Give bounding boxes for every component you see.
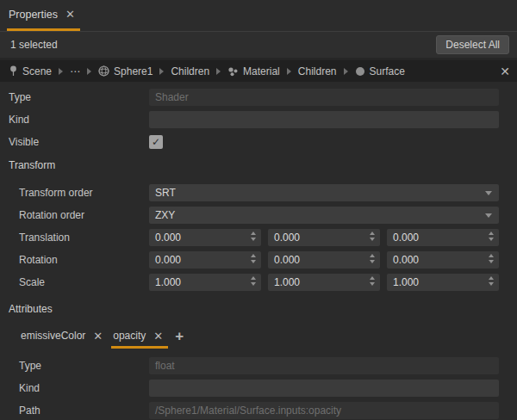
deselect-all-button[interactable]: Deselect All bbox=[436, 35, 509, 54]
rotation-label: Rotation bbox=[0, 254, 149, 266]
attr-path-row: Path /Sphere1/Material/Surface.inputs:op… bbox=[0, 402, 499, 419]
attr-kind-field[interactable] bbox=[149, 380, 499, 397]
sphere-icon bbox=[98, 65, 109, 77]
type-field: Shader bbox=[149, 89, 499, 106]
breadcrumb-item-material[interactable]: Material bbox=[227, 65, 280, 77]
attr-type-label: Type bbox=[0, 360, 149, 372]
check-icon: ✓ bbox=[152, 136, 160, 148]
tab-properties[interactable]: Properties ✕ bbox=[7, 0, 80, 31]
stepper-arrows-icon[interactable] bbox=[370, 254, 375, 263]
properties-panel: Properties ✕ 1 selected Deselect All Sce… bbox=[0, 0, 517, 420]
scene-pin-icon bbox=[9, 65, 18, 77]
breadcrumb-item-scene[interactable]: Scene bbox=[9, 65, 52, 77]
transform-order-row: Transform order SRT bbox=[0, 184, 499, 201]
translation-z-value: 0.000 bbox=[393, 232, 419, 244]
kind-field[interactable] bbox=[149, 111, 499, 128]
chevron-down-icon bbox=[485, 213, 492, 218]
attr-type-row: Type float bbox=[0, 357, 499, 374]
visible-checkbox[interactable]: ✓ bbox=[149, 135, 163, 149]
surface-icon bbox=[355, 66, 365, 77]
translation-y-stepper[interactable]: 0.000 bbox=[268, 229, 380, 246]
material-icon bbox=[227, 66, 239, 77]
scale-z-value: 1.000 bbox=[393, 276, 419, 288]
transform-order-value: SRT bbox=[155, 187, 176, 199]
visible-row: Visible ✓ bbox=[0, 133, 499, 151]
type-row: Type Shader bbox=[0, 89, 499, 106]
stepper-arrows-icon[interactable] bbox=[489, 254, 494, 263]
attr-kind-label: Kind bbox=[0, 382, 149, 394]
rotation-z-value: 0.000 bbox=[393, 254, 419, 266]
scale-y-stepper[interactable]: 1.000 bbox=[268, 274, 380, 291]
selection-status: 1 selected bbox=[10, 39, 58, 51]
stepper-arrows-icon[interactable] bbox=[370, 232, 375, 241]
stepper-arrows-icon[interactable] bbox=[251, 254, 256, 263]
rotation-row: Rotation 0.000 0.000 0.000 bbox=[0, 251, 499, 269]
kind-label: Kind bbox=[0, 114, 149, 126]
stepper-arrows-icon[interactable] bbox=[489, 276, 494, 286]
breadcrumb-item-surface[interactable]: Surface bbox=[355, 65, 405, 77]
rotation-order-select[interactable]: ZXY bbox=[149, 207, 499, 224]
chevron-down-icon bbox=[485, 191, 492, 195]
rotation-x-value: 0.000 bbox=[155, 254, 181, 266]
translation-label: Translation bbox=[0, 232, 149, 244]
translation-z-stepper[interactable]: 0.000 bbox=[387, 229, 499, 246]
stepper-arrows-icon[interactable] bbox=[251, 232, 256, 241]
attr-tab-label: emissiveColor bbox=[21, 330, 85, 342]
rotation-order-label: Rotation order bbox=[0, 209, 149, 221]
translation-x-stepper[interactable]: 0.000 bbox=[149, 229, 261, 246]
breadcrumb-label: Children bbox=[171, 65, 209, 77]
breadcrumb-close-icon[interactable]: ✕ bbox=[500, 65, 510, 77]
breadcrumb-label: ⋯ bbox=[70, 65, 80, 77]
attr-tab-opacity[interactable]: opacity ✕ bbox=[111, 327, 168, 349]
breadcrumb-item-sphere1[interactable]: Sphere1 bbox=[98, 65, 153, 77]
rotation-x-stepper[interactable]: 0.000 bbox=[149, 251, 261, 269]
kind-row: Kind bbox=[0, 111, 499, 128]
attribute-tabs: emissiveColor ✕ opacity ✕ + bbox=[19, 328, 499, 349]
attributes-section-label: Attributes bbox=[0, 303, 499, 316]
transform-section-label: Transform bbox=[0, 159, 499, 172]
breadcrumb-item-ellipsis[interactable]: ⋯ bbox=[70, 65, 80, 77]
stepper-arrows-icon[interactable] bbox=[489, 232, 494, 241]
attr-tab-close-icon[interactable]: ✕ bbox=[93, 330, 103, 342]
scale-x-value: 1.000 bbox=[155, 276, 181, 288]
scale-z-stepper[interactable]: 1.000 bbox=[387, 274, 499, 291]
breadcrumb-label: Sphere1 bbox=[114, 65, 153, 77]
breadcrumb-separator-icon bbox=[59, 68, 63, 75]
attr-path-label: Path bbox=[0, 405, 149, 417]
add-attribute-button[interactable]: + bbox=[171, 329, 187, 349]
breadcrumb-label: Surface bbox=[370, 65, 405, 77]
stepper-arrows-icon[interactable] bbox=[251, 276, 256, 286]
breadcrumb-separator-icon bbox=[287, 68, 291, 75]
breadcrumb-label: Scene bbox=[22, 65, 52, 77]
attr-path-field: /Sphere1/Material/Surface.inputs:opacity bbox=[149, 402, 499, 419]
translation-row: Translation 0.000 0.000 0.000 bbox=[0, 229, 499, 246]
translation-x-value: 0.000 bbox=[155, 232, 181, 244]
rotation-y-stepper[interactable]: 0.000 bbox=[268, 251, 380, 269]
scale-y-value: 1.000 bbox=[274, 276, 300, 288]
breadcrumb-separator-icon bbox=[344, 68, 348, 75]
breadcrumb-item-children-1[interactable]: Children bbox=[171, 65, 209, 77]
stepper-arrows-icon[interactable] bbox=[370, 276, 375, 286]
transform-order-select[interactable]: SRT bbox=[149, 184, 499, 201]
attr-tab-emissivecolor[interactable]: emissiveColor ✕ bbox=[19, 327, 108, 349]
tab-close-icon[interactable]: ✕ bbox=[65, 9, 75, 20]
scale-row: Scale 1.000 1.000 1.000 bbox=[0, 274, 499, 291]
translation-y-value: 0.000 bbox=[274, 232, 300, 244]
rotation-order-row: Rotation order ZXY bbox=[0, 207, 499, 224]
attr-tab-label: opacity bbox=[113, 330, 146, 342]
breadcrumb-item-children-2[interactable]: Children bbox=[298, 65, 337, 77]
rotation-order-value: ZXY bbox=[155, 209, 175, 221]
transform-order-label: Transform order bbox=[0, 187, 149, 199]
breadcrumb-label: Material bbox=[243, 65, 280, 77]
rotation-z-stepper[interactable]: 0.000 bbox=[387, 251, 499, 269]
breadcrumb-label: Children bbox=[298, 65, 337, 77]
tab-properties-label: Properties bbox=[9, 9, 58, 21]
scale-label: Scale bbox=[0, 276, 149, 288]
scale-x-stepper[interactable]: 1.000 bbox=[149, 274, 261, 291]
attr-tab-close-icon[interactable]: ✕ bbox=[153, 330, 163, 342]
breadcrumb-separator-icon bbox=[87, 68, 91, 75]
breadcrumb-separator-icon bbox=[159, 68, 164, 75]
breadcrumb: Scene ⋯ Sphere1 Children Material bbox=[0, 60, 517, 82]
breadcrumb-separator-icon bbox=[216, 68, 221, 75]
selection-row: 1 selected Deselect All bbox=[0, 32, 517, 60]
